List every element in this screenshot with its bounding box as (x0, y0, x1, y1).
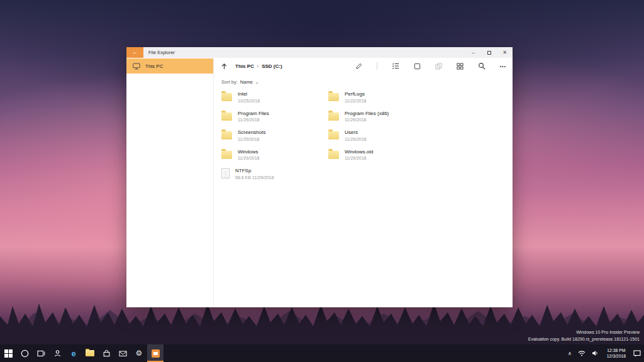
folder-icon (221, 131, 232, 140)
clock-date: 12/3/2018 (607, 353, 626, 359)
sidebar: This PC (126, 58, 214, 307)
watermark-line1: Windows 10 Pro Insider Preview (528, 329, 640, 336)
settings-button[interactable]: ⚙ (131, 344, 147, 362)
breadcrumb-current[interactable]: SSD (C:) (262, 63, 282, 69)
select-button[interactable] (392, 62, 399, 70)
pencil-icon (355, 63, 362, 70)
chevron-up-icon: ∧ (568, 351, 572, 356)
item-date: 11/22/2018 (345, 99, 367, 103)
breadcrumb: This PC › SSD (C:) (235, 63, 282, 69)
item-date: 11/29/2018 (238, 137, 265, 141)
item-name: Screenshots (238, 129, 265, 136)
people-button[interactable] (49, 344, 65, 362)
action-center-icon (633, 349, 641, 357)
file-explorer-button[interactable] (82, 344, 98, 362)
desktop: Windows 10 Pro Insider Preview Evaluatio… (0, 0, 644, 362)
volume-button[interactable] (589, 344, 602, 362)
sort-value: Name (240, 79, 253, 85)
gear-icon: ⚙ (136, 349, 143, 357)
share-button[interactable] (435, 63, 442, 70)
folder-icon (86, 350, 94, 356)
more-button[interactable]: ••• (500, 64, 506, 69)
select-list-icon (392, 62, 399, 70)
edge-button[interactable]: e (65, 344, 82, 362)
file-item-windows-old[interactable]: Windows.old 11/29/2018 (328, 149, 513, 161)
chevron-down-icon: ⌄ (255, 80, 259, 85)
item-name: NTFSp (235, 168, 274, 174)
item-date: 11/29/2018 (238, 156, 260, 160)
item-date: 11/29/2018 (345, 137, 367, 141)
grid-view-button[interactable] (457, 63, 464, 70)
tray-expand-button[interactable]: ∧ (565, 344, 575, 362)
item-name: PerfLogs (345, 91, 367, 97)
clock-time: 12:38 PM (607, 348, 626, 353)
maximize-icon (487, 51, 491, 55)
window-controls: – ✕ (465, 47, 513, 58)
window-title: File Explorer (148, 47, 175, 58)
file-item-intel[interactable]: Intel 10/25/2018 (221, 91, 328, 103)
back-arrow-icon: ← (132, 49, 138, 55)
start-button[interactable] (0, 344, 16, 362)
speaker-icon (592, 350, 599, 356)
sidebar-item-this-pc[interactable]: This PC (126, 58, 213, 74)
file-item-program-files-x86[interactable]: Program Files (x86) 11/29/2018 (328, 111, 513, 123)
folder-icon (328, 151, 339, 159)
task-view-button[interactable] (33, 344, 49, 362)
share-icon (435, 63, 442, 70)
content-pane: This PC › SSD (C:) (214, 58, 513, 307)
network-button[interactable] (575, 344, 589, 362)
mail-icon (119, 349, 127, 358)
cortana-circle-icon (21, 349, 29, 358)
file-item-screenshots[interactable]: Screenshots 11/29/2018 (221, 129, 328, 141)
sidebar-item-label: This PC (145, 63, 163, 69)
taskbar-clock[interactable]: 12:38 PM 12/3/2018 (602, 344, 630, 362)
titlebar[interactable]: ← File Explorer – ✕ (126, 47, 513, 58)
folder-icon (221, 93, 232, 101)
task-view-icon (37, 349, 45, 358)
this-pc-icon (133, 63, 140, 70)
breadcrumb-separator-icon: › (257, 64, 258, 69)
item-date: 11/29/2018 (345, 156, 373, 160)
item-date: 10/25/2018 (238, 99, 260, 103)
item-date: 11/29/2018 (238, 118, 269, 122)
wifi-icon (578, 350, 586, 356)
item-name: Program Files (x86) (345, 111, 389, 117)
file-explorer-uwp-button-active[interactable] (147, 344, 164, 362)
close-icon: ✕ (502, 50, 507, 55)
search-button[interactable] (478, 62, 486, 70)
folder-icon (221, 151, 232, 159)
toolbar: ••• (355, 62, 506, 70)
store-button[interactable] (98, 344, 114, 362)
toolbar-divider (377, 62, 377, 70)
item-name: Windows.old (345, 149, 373, 155)
file-item-users[interactable]: Users 11/29/2018 (328, 129, 513, 141)
sort-dropdown[interactable]: Sort by: Name ⌄ (214, 74, 513, 86)
item-name: Program Files (238, 111, 269, 117)
up-button[interactable] (221, 63, 228, 70)
item-name: Users (345, 129, 367, 136)
file-item-ntfsp[interactable]: NTFSp 58.6 KB 11/29/2018 (221, 168, 328, 180)
mail-button[interactable] (114, 344, 131, 362)
edge-icon: e (71, 349, 75, 358)
cortana-search-button[interactable] (16, 344, 33, 362)
action-center-button[interactable] (630, 344, 644, 362)
file-item-program-files[interactable]: Program Files 11/29/2018 (221, 111, 328, 123)
minimize-icon: – (472, 50, 474, 55)
people-icon (53, 349, 62, 358)
rename-button[interactable] (355, 63, 362, 70)
back-button[interactable]: ← (126, 47, 143, 58)
new-folder-button[interactable] (414, 63, 421, 70)
watermark-line2: Evaluation copy. Build 18290.rs_prerelea… (528, 336, 640, 343)
item-name: Intel (238, 91, 260, 97)
command-bar: This PC › SSD (C:) (214, 58, 513, 74)
folder-icon (328, 131, 339, 140)
file-item-windows[interactable]: Windows 11/29/2018 (221, 149, 328, 161)
close-button[interactable]: ✕ (497, 47, 513, 58)
maximize-button[interactable] (481, 47, 497, 58)
file-item-perflogs[interactable]: PerfLogs 11/22/2018 (328, 91, 513, 103)
folder-icon (221, 112, 232, 121)
minimize-button[interactable]: – (465, 47, 481, 58)
breadcrumb-root[interactable]: This PC (235, 63, 254, 69)
item-date: 58.6 KB 11/29/2018 (235, 175, 274, 180)
taskbar: e ⚙ ∧ (0, 344, 644, 362)
